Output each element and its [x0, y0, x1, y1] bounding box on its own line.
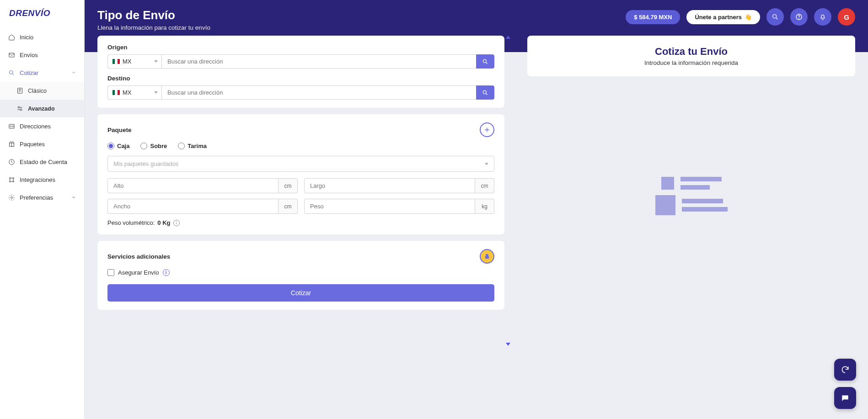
nav-clasico[interactable]: Clásico [0, 82, 84, 100]
quote-subtitle: Introduce la información requerida [537, 59, 845, 66]
sidebar: DRENVÍO Inicio Envíos Cotizar Clásico [0, 0, 85, 419]
kg-unit: kg [475, 199, 494, 214]
nav-direcciones[interactable]: Direcciones [0, 117, 84, 135]
origin-country-select[interactable]: MX [107, 54, 161, 69]
package-type-sobre[interactable]: Sobre [140, 143, 167, 149]
address-icon [8, 123, 15, 130]
brand-logo: DRENVÍO [0, 0, 84, 27]
gear-icon [8, 194, 15, 201]
destination-address-input[interactable] [161, 85, 476, 100]
partners-button[interactable]: Únete a partners 👋 [686, 10, 760, 24]
package-type-tarima[interactable]: Tarima [178, 143, 207, 149]
nav-inicio[interactable]: Inicio [0, 28, 84, 46]
address-card: Origen MX Destino MX [97, 36, 504, 108]
destination-country-select[interactable]: MX [107, 85, 161, 100]
quote-prompt-card: Cotiza tu Envío Introduce la información… [527, 36, 855, 76]
notifications-button[interactable] [814, 8, 831, 26]
account-icon [8, 159, 15, 165]
form-column: Origen MX Destino MX [85, 36, 514, 419]
weight-input[interactable] [304, 199, 475, 214]
origin-address-input[interactable] [161, 54, 476, 69]
scroll-down-icon[interactable] [506, 343, 510, 346]
svg-point-1 [10, 71, 13, 74]
mx-flag-icon [113, 90, 120, 95]
mx-flag-icon [113, 59, 120, 64]
search-icon [8, 69, 15, 76]
destination-search-button[interactable] [476, 85, 494, 100]
nav-integraciones[interactable]: Integraciones [0, 171, 84, 189]
origin-label: Origen [107, 44, 494, 51]
cm-unit: cm [279, 199, 298, 214]
nav: Inicio Envíos Cotizar Clásico Avanzado [0, 27, 84, 207]
quote-title: Cotiza tu Envío [537, 46, 845, 58]
svg-point-6 [10, 126, 11, 127]
origin-search-button[interactable] [476, 54, 494, 69]
svg-point-16 [483, 59, 486, 63]
chevron-up-icon [71, 69, 76, 76]
svg-point-8 [10, 178, 11, 179]
nav-cotizar-label: Cotizar [20, 69, 38, 76]
results-column: Cotiza tu Envío Introduce la información… [514, 36, 868, 419]
package-type-caja[interactable]: Caja [107, 143, 129, 149]
help-button[interactable] [790, 8, 808, 26]
info-icon[interactable]: i [173, 220, 180, 226]
add-package-button[interactable] [480, 122, 494, 137]
scroll-up-icon[interactable] [506, 36, 510, 39]
avatar[interactable]: G [838, 8, 855, 26]
cm-unit: cm [475, 178, 494, 193]
page-subtitle: Llena la información para cotizar tu env… [97, 24, 210, 31]
origin-country-code: MX [123, 58, 132, 65]
info-icon[interactable]: i [163, 269, 170, 276]
saved-packages-select[interactable]: Mis paquetes guardados [107, 156, 494, 172]
scrollbar[interactable] [505, 36, 511, 419]
placeholder-illustration [527, 177, 855, 215]
nav-paquetes[interactable]: Paquetes [0, 135, 84, 153]
length-input[interactable] [304, 178, 475, 193]
nav-avanzado-label: Avanzado [28, 106, 55, 112]
destination-country-code: MX [123, 89, 132, 96]
nav-preferencias[interactable]: Preferencias [0, 189, 84, 207]
envelope-icon [8, 52, 15, 58]
destination-label: Destino [107, 75, 494, 82]
svg-rect-5 [9, 124, 14, 128]
package-label: Paquete [107, 127, 132, 133]
width-input[interactable] [107, 199, 279, 214]
chat-float-button[interactable] [834, 387, 856, 409]
page-title: Tipo de Envío [97, 8, 210, 22]
balance-pill[interactable]: $ 584.79 MXN [626, 10, 680, 24]
insure-checkbox[interactable] [107, 269, 114, 276]
svg-point-3 [18, 106, 20, 108]
svg-point-12 [11, 197, 13, 199]
lock-button[interactable] [480, 249, 494, 264]
package-card: Paquete Caja Sobre Tarima Mis paquetes g… [97, 114, 504, 234]
nav-cotizar[interactable]: Cotizar [0, 64, 84, 82]
nav-cuenta-label: Estado de Cuenta [20, 159, 67, 165]
nav-cuenta[interactable]: Estado de Cuenta [0, 153, 84, 171]
height-input[interactable] [107, 178, 279, 193]
svg-point-4 [20, 109, 22, 111]
home-icon [8, 34, 15, 41]
svg-point-11 [13, 181, 14, 182]
svg-rect-19 [843, 398, 846, 398]
integrations-icon [8, 176, 15, 183]
nav-envios[interactable]: Envíos [0, 46, 84, 64]
wave-emoji: 👋 [745, 14, 752, 21]
svg-rect-0 [9, 53, 14, 57]
nav-avanzado[interactable]: Avanzado [0, 100, 84, 117]
quote-button[interactable]: Cotizar [107, 284, 494, 302]
nav-inicio-label: Inicio [20, 34, 33, 41]
partners-label: Únete a partners [695, 14, 742, 21]
svg-point-10 [10, 181, 11, 182]
package-icon [8, 141, 15, 148]
svg-rect-18 [843, 397, 847, 398]
cm-unit: cm [279, 178, 298, 193]
chevron-down-icon [71, 194, 76, 201]
svg-rect-2 [18, 88, 22, 93]
nav-clasico-label: Clásico [28, 88, 47, 94]
services-card: Servicios adicionales Asegurar Envío i C… [97, 241, 504, 310]
svg-point-15 [799, 18, 799, 19]
refresh-float-button[interactable] [834, 359, 856, 381]
vol-weight-label: Peso volumétrico: [107, 219, 155, 226]
search-button[interactable] [766, 8, 784, 26]
classic-icon [16, 87, 23, 94]
